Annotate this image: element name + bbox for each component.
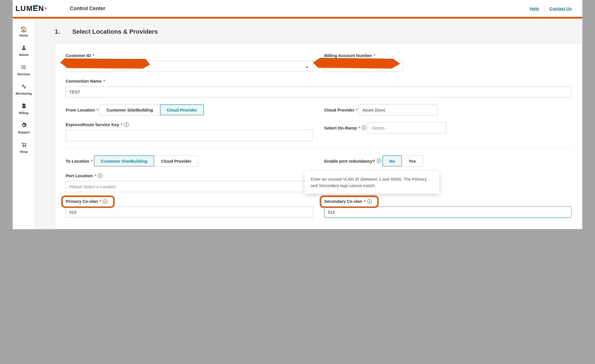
sidebar-item-label: Home — [19, 34, 28, 37]
app-title: Control Center — [70, 6, 105, 12]
sidebar-item-label: Support — [18, 131, 29, 134]
required-marker: * — [92, 53, 94, 58]
sidebar-item-label: Shop — [20, 150, 28, 153]
required-marker: * — [374, 53, 375, 58]
header-links: Help Contact Us — [525, 5, 577, 12]
svg-rect-4 — [23, 67, 26, 67]
sidebar-item-shop[interactable]: Shop — [13, 138, 35, 157]
onramp-label: Select On-Ramp * i — [324, 126, 366, 130]
required-marker: * — [103, 79, 105, 83]
to-location-cloud-button[interactable]: Cloud Provider — [154, 156, 198, 166]
svg-text:$: $ — [23, 104, 25, 107]
sidebar-item-monitoring[interactable]: Monitoring — [13, 80, 35, 99]
port-location-label: Port Location * i — [66, 173, 103, 178]
help-link[interactable]: Help — [525, 6, 544, 11]
section-divider — [66, 148, 571, 148]
sidebar: 🏠 Home Admin Services Monitoring — [13, 19, 35, 229]
sidebar-item-label: Admin — [19, 53, 28, 56]
primary-cevlan-input[interactable] — [66, 206, 313, 218]
logo: LUMEN® — [15, 4, 47, 13]
required-marker: * — [97, 108, 98, 112]
to-location-label: To Location * — [66, 159, 93, 163]
connection-name-input[interactable] — [66, 86, 571, 97]
header-bar: LUMEN® Control Center Help Contact Us — [13, 0, 582, 17]
sidebar-item-home[interactable]: 🏠 Home — [13, 22, 35, 41]
step-number: 1. — [55, 28, 60, 35]
required-marker: * — [364, 199, 365, 204]
secondary-cevlan-label: Secondary Ce-vlan * i — [324, 199, 372, 204]
svg-rect-2 — [23, 65, 26, 66]
from-location-cloud-button[interactable]: Cloud Provider — [160, 104, 204, 115]
to-location-toggle: Customer Site/Building Cloud Provider — [94, 155, 198, 167]
cloud-provider-label: Cloud Provider * — [324, 108, 358, 112]
billing-account-label: Billing Account Number * — [324, 53, 375, 58]
sidebar-item-admin[interactable]: Admin — [13, 41, 35, 60]
required-marker: * — [99, 199, 101, 204]
contact-us-link[interactable]: Contact Us — [544, 6, 577, 11]
cloud-provider-input[interactable] — [359, 104, 437, 115]
expressroute-input[interactable] — [66, 130, 313, 141]
svg-point-0 — [23, 46, 25, 48]
from-location-site-button[interactable]: Customer Site/Building — [100, 104, 160, 115]
svg-point-3 — [21, 67, 22, 67]
svg-point-5 — [21, 68, 22, 69]
redaction-mark — [313, 58, 400, 69]
expressroute-label: ExpressRoute Service Key * i — [66, 122, 129, 127]
required-marker: * — [356, 108, 358, 112]
info-icon[interactable]: i — [98, 174, 103, 178]
main-content: 1. Select Locations & Providers Customer… — [35, 19, 582, 229]
required-marker: * — [121, 122, 122, 127]
from-location-label: From Location * — [66, 108, 98, 112]
svg-point-8 — [23, 146, 24, 147]
redundancy-no-button[interactable]: No — [383, 156, 402, 166]
sidebar-item-label: Services — [17, 72, 30, 76]
required-marker: * — [358, 126, 360, 130]
svg-point-9 — [25, 146, 26, 147]
sidebar-item-services[interactable]: Services — [13, 60, 35, 80]
svg-rect-6 — [23, 68, 26, 69]
from-location-toggle: Customer Site/Building Cloud Provider — [99, 104, 204, 115]
home-icon: 🏠 — [20, 26, 27, 33]
info-icon[interactable]: i — [377, 159, 381, 163]
step-title: Select Locations & Providers — [72, 28, 158, 35]
sidebar-item-label: Billing — [19, 111, 29, 115]
required-marker: * — [95, 173, 96, 178]
sidebar-item-support[interactable]: Support — [13, 119, 35, 138]
to-location-site-button[interactable]: Customer Site/Building — [94, 156, 154, 166]
primary-cevlan-label: Primary Ce-vlan * i — [66, 199, 107, 204]
redundancy-label: Enable port redundancy? i — [324, 159, 381, 163]
invoice-icon: $ — [21, 103, 27, 110]
form-panel: Customer ID * ⌄ Billing Account Nu — [55, 43, 582, 229]
sidebar-item-billing[interactable]: $ Billing — [13, 99, 35, 119]
info-icon[interactable]: i — [367, 199, 372, 204]
connection-name-label: Connection Name * — [66, 79, 105, 83]
step-header: 1. Select Locations & Providers — [55, 19, 582, 43]
sidebar-item-label: Monitoring — [16, 92, 32, 95]
redaction-mark — [60, 58, 150, 69]
customer-id-label: Customer ID * — [66, 53, 94, 58]
activity-icon — [21, 84, 27, 91]
list-icon — [21, 64, 27, 71]
user-icon — [21, 45, 27, 52]
port-location-select[interactable] — [66, 181, 313, 192]
svg-point-1 — [21, 65, 22, 66]
info-icon[interactable]: i — [124, 122, 129, 127]
onramp-select[interactable] — [367, 122, 446, 133]
gear-icon — [21, 122, 27, 129]
cart-icon — [21, 142, 27, 149]
required-marker: * — [91, 159, 93, 163]
info-icon[interactable]: i — [362, 126, 366, 130]
redundancy-toggle: No Yes — [382, 155, 423, 167]
secondary-cevlan-input[interactable] — [324, 206, 571, 218]
redundancy-yes-button[interactable]: Yes — [402, 156, 423, 166]
vlan-tooltip: Enter an unused VLAN ID (between 1 and 4… — [305, 171, 439, 194]
info-icon[interactable]: i — [103, 199, 107, 204]
